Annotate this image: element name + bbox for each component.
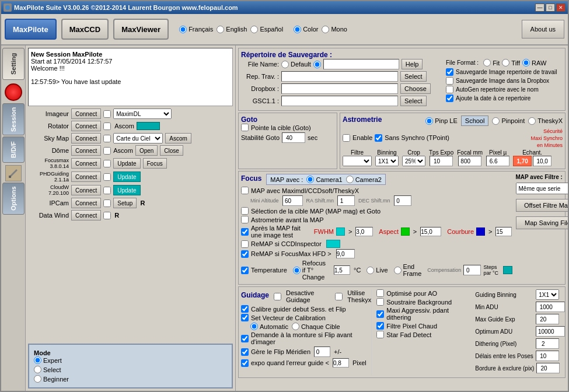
stabilite-input[interactable]	[282, 132, 305, 143]
radio-espanol[interactable]: Español	[250, 26, 283, 33]
soustraire-bg-check[interactable]	[376, 298, 384, 306]
radio-chaque-cible[interactable]: Chaque Cible	[292, 323, 340, 330]
dropbox-input[interactable]: D:\SAVE\DROPBOX\FLAGEY	[281, 83, 398, 94]
gere-flip-check[interactable]	[241, 348, 249, 356]
choose-button[interactable]: Choose	[400, 83, 431, 94]
calibre-check[interactable]	[241, 305, 249, 313]
hfd-input[interactable]	[336, 249, 355, 258]
map-saving-btn[interactable]: Map Saving File	[516, 216, 568, 229]
utilise-thesky-check[interactable]	[335, 293, 343, 300]
radio-mono[interactable]: Mono	[322, 26, 347, 33]
radio-refocus[interactable]: Refocus if T° Change	[293, 260, 330, 281]
remap-ccd-check[interactable]	[241, 240, 249, 248]
map-maximdl-check[interactable]	[241, 187, 249, 194]
courbure-input[interactable]	[495, 227, 512, 236]
filtre-pixel-check[interactable]	[376, 322, 384, 330]
map-filtre-select[interactable]: Même que serie	[516, 183, 568, 194]
radio-thesky[interactable]: TheskyX	[528, 117, 563, 125]
radio-fit[interactable]: Fit	[483, 59, 500, 66]
focal-mm-input[interactable]	[458, 156, 481, 166]
maximize-button[interactable]: □	[546, 4, 555, 12]
radio-tiff[interactable]: Tiff	[502, 59, 520, 66]
radio-default[interactable]: Default	[281, 61, 311, 68]
ipcam-check[interactable]	[103, 200, 111, 207]
flip-val-input[interactable]	[314, 346, 330, 357]
dome-close[interactable]: Close	[160, 145, 183, 156]
imageur-connect[interactable]: Connect	[71, 108, 101, 119]
school-btn[interactable]: School	[461, 116, 489, 126]
pixel-u-input[interactable]	[486, 156, 509, 166]
dither-input[interactable]	[536, 338, 559, 349]
select-btn1[interactable]: Select	[400, 71, 427, 82]
fwhm-input[interactable]	[355, 227, 373, 236]
mode-expert[interactable]: Expert	[34, 356, 227, 364]
opt-adu-input[interactable]	[536, 326, 565, 337]
aspect-input[interactable]	[420, 227, 441, 236]
radio-pinpoint[interactable]: Pinpoint	[492, 117, 525, 125]
rotator-connect[interactable]: Connect	[71, 121, 101, 131]
skymap-check[interactable]	[103, 135, 111, 142]
check1[interactable]	[446, 68, 453, 76]
gsc-input[interactable]: C:\PROGRAM FILES (X86)\GSC11	[281, 96, 398, 106]
cloudw-connect[interactable]: Connect	[71, 185, 101, 195]
pointe-check[interactable]	[241, 124, 249, 131]
radio-color[interactable]: Color	[294, 26, 318, 33]
set-vecteur-check[interactable]	[241, 314, 249, 321]
offset-filtre-btn[interactable]: Offset Filtre Map	[516, 199, 568, 212]
phd-connect[interactable]: Connect	[71, 172, 101, 182]
bordure-input[interactable]	[536, 363, 560, 373]
close-button[interactable]: ✕	[556, 4, 565, 12]
min-adu-input[interactable]	[536, 302, 565, 312]
maxviewer-button[interactable]: MaxViewer	[113, 19, 169, 40]
filename-input[interactable]: %N-%C%S%Z%T	[323, 59, 399, 69]
skymap-select[interactable]: Carte du Ciel	[113, 133, 163, 144]
ra-shift-input[interactable]	[337, 195, 355, 206]
radio-camera1[interactable]: Camera1	[306, 176, 342, 183]
dome-check[interactable]	[103, 147, 111, 155]
tps-expo-input[interactable]	[430, 156, 453, 166]
delais-input[interactable]	[536, 351, 559, 361]
sidebar-item-bdf[interactable]: B/D/F	[2, 136, 25, 163]
mode-beginner[interactable]: Beginner	[34, 375, 227, 383]
max-exp-input[interactable]	[536, 314, 559, 324]
focus-btn[interactable]: Focus	[143, 158, 167, 169]
check2[interactable]	[446, 77, 453, 85]
imageur-check[interactable]	[103, 110, 111, 118]
expo-val-input[interactable]	[333, 358, 349, 368]
maxi-agressiv-check[interactable]	[376, 310, 384, 318]
focusmax-update[interactable]: Update	[113, 158, 140, 169]
astro-avant-map-check[interactable]	[241, 216, 249, 223]
ascom2-btn[interactable]: Ascom	[165, 133, 191, 144]
help-button[interactable]: Help	[402, 59, 423, 69]
radio-camera2[interactable]: Camera2	[346, 176, 382, 183]
radio-path[interactable]	[313, 61, 321, 68]
minimize-button[interactable]: —	[535, 4, 544, 12]
about-button[interactable]: About us	[522, 20, 564, 38]
radio-endframe[interactable]: End Frame	[394, 263, 422, 277]
dec-shift-input[interactable]	[394, 195, 411, 206]
selection-cible-check[interactable]	[241, 207, 249, 215]
apres-map-check[interactable]	[241, 228, 249, 236]
desactive-check[interactable]	[274, 293, 281, 300]
focusmax-connect[interactable]: Connect	[71, 158, 101, 169]
sidebar-item-session[interactable]: Session	[2, 103, 25, 135]
sidebar-item-setting[interactable]: Setting	[2, 48, 25, 80]
optimise-ao-check[interactable]	[376, 289, 384, 297]
sans-synchro-check[interactable]	[375, 134, 382, 142]
radio-francais[interactable]: Français	[179, 26, 213, 33]
cloudw-update[interactable]: Update	[113, 185, 140, 195]
guiding-bin-select[interactable]: 1X1	[536, 289, 559, 300]
datawind-connect[interactable]: Connect	[71, 210, 101, 220]
filtre-select[interactable]	[343, 156, 372, 166]
comp-input[interactable]	[463, 265, 481, 275]
maxccd-button[interactable]: MaxCCD	[61, 19, 109, 40]
dome-open[interactable]: Open	[135, 145, 158, 156]
remap-hfd-check[interactable]	[241, 250, 249, 258]
dome-connect[interactable]: Connect	[71, 145, 101, 156]
expo-check[interactable]	[241, 359, 249, 367]
phd-update[interactable]: Update	[113, 172, 140, 182]
temperature-check[interactable]	[241, 267, 249, 274]
check4[interactable]	[446, 94, 453, 102]
radio-automatic[interactable]: Automatic	[250, 323, 288, 330]
radio-raw[interactable]: RAW	[522, 59, 546, 66]
